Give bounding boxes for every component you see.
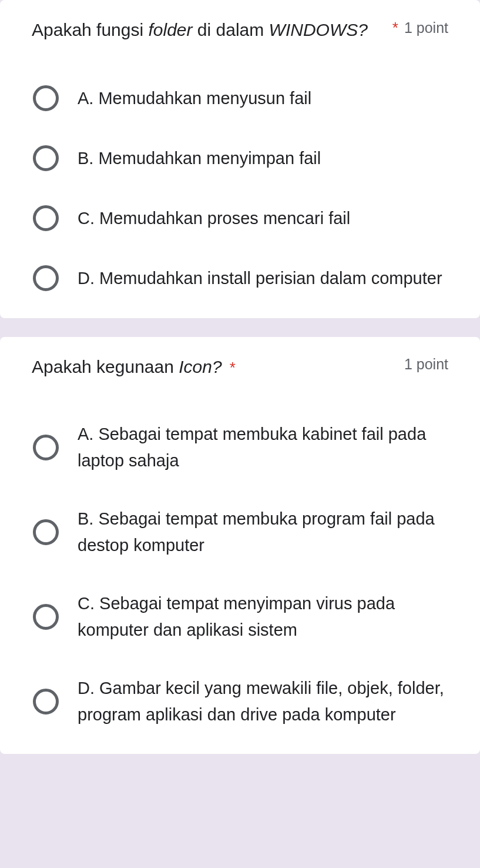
- radio-icon: [32, 204, 60, 232]
- option-label: D. Gambar kecil yang mewakili file, obje…: [78, 675, 448, 728]
- radio-icon: [32, 264, 60, 292]
- option-label: C. Sebagai tempat menyimpan virus pada k…: [78, 590, 448, 643]
- option-label: C. Memudahkan proses mencari fail: [78, 205, 350, 232]
- points-wrap: 1 point: [404, 353, 448, 373]
- question-header: Apakah kegunaan Icon? * 1 point: [32, 353, 448, 380]
- question-text-italic: folder: [148, 20, 192, 39]
- required-indicator: *: [392, 19, 398, 37]
- option-label: D. Memudahkan install perisian dalam com…: [78, 265, 442, 292]
- options-group: A. Memudahkan menyusun fail B. Memudahka…: [32, 84, 448, 292]
- option-label: B. Sebagai tempat membuka program fail p…: [78, 506, 448, 559]
- required-indicator: *: [226, 359, 236, 376]
- question-text-part: Apakah kegunaan: [32, 357, 179, 376]
- radio-option[interactable]: C. Sebagai tempat menyimpan virus pada k…: [32, 590, 448, 643]
- question-header: Apakah fungsi folder di dalam WINDOWS? *…: [32, 16, 448, 43]
- question-card: Apakah fungsi folder di dalam WINDOWS? *…: [0, 0, 480, 318]
- option-label: B. Memudahkan menyimpan fail: [78, 145, 321, 172]
- option-label: A. Memudahkan menyusun fail: [78, 85, 311, 112]
- radio-option[interactable]: A. Sebagai tempat membuka kabinet fail p…: [32, 421, 448, 474]
- option-label: A. Sebagai tempat membuka kabinet fail p…: [78, 421, 448, 474]
- radio-option[interactable]: D. Gambar kecil yang mewakili file, obje…: [32, 675, 448, 728]
- options-group: A. Sebagai tempat membuka kabinet fail p…: [32, 421, 448, 728]
- question-text-part: Apakah fungsi: [32, 20, 148, 39]
- radio-option[interactable]: C. Memudahkan proses mencari fail: [32, 204, 448, 232]
- radio-icon: [32, 687, 60, 716]
- radio-icon: [32, 144, 60, 172]
- radio-option[interactable]: B. Memudahkan menyimpan fail: [32, 144, 448, 172]
- question-card: Apakah kegunaan Icon? * 1 point A. Sebag…: [0, 337, 480, 754]
- radio-option[interactable]: B. Sebagai tempat membuka program fail p…: [32, 506, 448, 559]
- question-text-italic: WINDOWS?: [269, 20, 368, 39]
- radio-icon: [32, 84, 60, 112]
- radio-option[interactable]: A. Memudahkan menyusun fail: [32, 84, 448, 112]
- points-wrap: * 1 point: [392, 16, 448, 37]
- question-points: 1 point: [404, 356, 448, 373]
- radio-icon: [32, 518, 60, 546]
- question-text-italic: Icon?: [179, 357, 221, 376]
- radio-icon: [32, 603, 60, 631]
- question-title: Apakah fungsi folder di dalam WINDOWS?: [32, 16, 381, 43]
- radio-icon: [32, 433, 60, 462]
- question-title: Apakah kegunaan Icon? *: [32, 353, 392, 380]
- question-text-part: di dalam: [193, 20, 269, 39]
- radio-option[interactable]: D. Memudahkan install perisian dalam com…: [32, 264, 448, 292]
- question-points: 1 point: [404, 19, 448, 36]
